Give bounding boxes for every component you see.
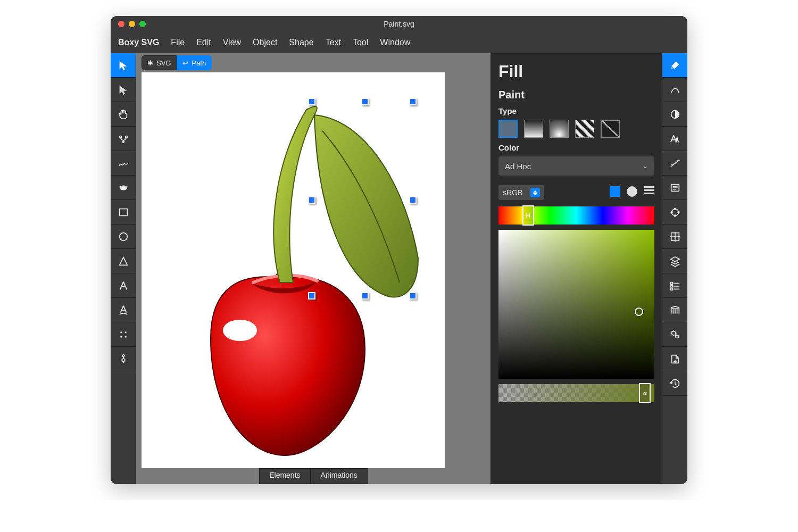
canvas[interactable] [142,72,445,468]
path-icon: ↩ [182,59,188,67]
menu-window[interactable]: Window [380,38,410,47]
crumb-svg[interactable]: ✱ SVG [142,55,177,70]
geometry-panel-tab[interactable] [662,151,687,176]
hue-thumb[interactable]: H [522,205,534,226]
crop-tool[interactable] [111,322,136,347]
arrange-panel-tab[interactable] [662,225,687,249]
fill-panel-tab[interactable] [662,53,687,78]
selection-handle[interactable] [409,196,417,204]
titlebar: Paint.svg [111,16,687,32]
svg-point-8 [223,320,257,341]
window-title: Paint.svg [111,20,687,28]
canvas-viewport[interactable] [136,72,491,468]
svg-rect-4 [119,209,127,215]
crumb-path[interactable]: ↩ Path [177,55,212,70]
text-tool[interactable] [111,273,136,298]
menu-object[interactable]: Object [253,38,277,47]
svg-point-14 [674,215,676,217]
zoom-window-button[interactable] [139,21,146,27]
menu-shape[interactable]: Shape [289,38,313,47]
menu-text[interactable]: Text [326,38,341,47]
pan-tool[interactable] [111,102,136,127]
select-tool[interactable] [111,53,136,78]
picker-view-wheel-icon[interactable] [627,186,637,197]
color-label: Color [498,143,654,152]
layers-panel-tab[interactable] [662,249,687,273]
freehand-tool[interactable] [111,151,136,176]
sv-thumb[interactable] [635,307,643,316]
svg-rect-18 [670,285,672,287]
svg-point-1 [125,136,127,138]
minimize-window-button[interactable] [129,21,135,27]
selection-handle[interactable] [308,292,315,300]
typography-panel-tab[interactable] [662,127,687,151]
svg-point-5 [119,232,127,240]
meta-panel-tab[interactable] [662,176,687,200]
paint-type-linear[interactable] [524,120,543,138]
color-preset-select[interactable]: Ad Hoc ⌄ [498,156,654,176]
alpha-thumb[interactable]: α [639,383,651,403]
close-window-button[interactable] [118,21,124,27]
connector-tool[interactable] [111,347,136,371]
selection-handle[interactable] [409,98,417,105]
objects-panel-tab[interactable] [662,273,687,298]
svg-point-2 [122,141,124,143]
menu-edit[interactable]: Edit [196,38,211,47]
saturation-value-box[interactable] [498,230,654,379]
library-panel-tab[interactable] [662,298,687,322]
svg-point-6 [122,354,124,356]
hue-slider[interactable]: H [498,206,654,225]
selection-handle[interactable] [308,196,315,204]
menu-view[interactable]: View [223,38,241,47]
app-brand[interactable]: Boxy SVG [118,38,159,47]
rectangle-tool[interactable] [111,200,136,225]
compositing-panel-tab[interactable] [662,102,687,127]
selection-handle[interactable] [308,98,315,105]
bottom-tabs: Elements Animations [136,468,491,484]
ellipse-tool[interactable] [111,225,136,249]
export-panel-tab[interactable] [662,347,687,371]
canvas-area: ✱ SVG ↩ Path [136,53,491,484]
panel-section: Paint [498,89,654,101]
fill-panel: Fill Paint Type Color Ad Hoc ⌄ sRGB [491,53,662,484]
picker-view-square-icon[interactable] [610,186,620,197]
blob-tool[interactable] [111,176,136,200]
tool-rail-left [111,53,136,484]
paint-type-radial[interactable] [550,120,569,138]
color-space-select[interactable]: sRGB [498,185,544,200]
triangle-tool[interactable] [111,249,136,273]
paint-type-pattern[interactable] [575,120,594,138]
selection-handle[interactable] [361,292,369,300]
paint-type-solid[interactable] [498,120,518,138]
app-window: Paint.svg Boxy SVG File Edit View Object… [111,16,687,484]
type-label: Type [498,106,654,115]
svg-point-0 [119,136,121,138]
picker-view-toggles [610,186,654,197]
tab-elements[interactable]: Elements [259,468,310,484]
artwork-cherry [142,72,445,468]
selection-handle[interactable] [409,292,417,300]
svg-point-12 [674,208,676,210]
color-preset-value: Ad Hoc [505,162,531,171]
svg-point-13 [678,211,679,213]
svg-point-3 [119,185,127,190]
asterisk-icon: ✱ [147,59,153,67]
picker-view-sliders-icon[interactable] [644,186,654,197]
shape-panel-tab[interactable] [662,200,687,225]
svg-point-7 [122,359,125,362]
history-panel-tab[interactable] [662,371,687,396]
settings-panel-tab[interactable] [662,322,687,347]
alpha-slider[interactable]: α [498,384,654,402]
tab-animations[interactable]: Animations [311,468,368,484]
menu-tool[interactable]: Tool [353,38,368,47]
svg-rect-17 [670,282,672,284]
text-path-tool[interactable] [111,298,136,322]
menu-file[interactable]: File [171,38,185,47]
selection-handle[interactable] [361,98,369,105]
traffic-lights [118,21,146,27]
paint-type-none[interactable] [601,120,620,138]
menubar: Boxy SVG File Edit View Object Shape Tex… [111,32,687,53]
stroke-panel-tab[interactable] [662,78,687,102]
bezier-tool[interactable] [111,127,136,151]
direct-select-tool[interactable] [111,78,136,102]
